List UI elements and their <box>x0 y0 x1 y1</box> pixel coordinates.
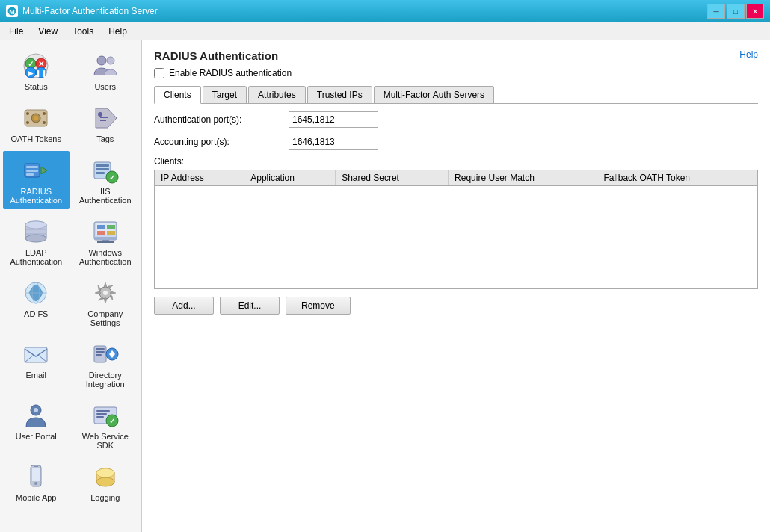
svg-rect-26 <box>26 173 34 176</box>
content-area: RADIUS Authentication Help Enable RADIUS… <box>142 40 770 532</box>
app-icon: M <box>6 5 18 17</box>
col-fallback-oath-token: Fallback OATH Token <box>597 170 757 186</box>
sidebar-item-tags[interactable]: Tags <box>73 99 139 148</box>
menu-help[interactable]: Help <box>102 25 133 38</box>
sidebar-grid: ✓ ✕ ▶ ❚❚ Status <box>3 46 138 507</box>
clients-table: IP Address Application Shared Secret Req… <box>155 170 757 186</box>
sidebar-item-logging[interactable]: Logging <box>73 457 139 507</box>
sidebar-item-radius-auth[interactable]: RADIUSAuthentication <box>3 151 70 209</box>
sidebar-item-user-portal-label: User Portal <box>16 432 57 441</box>
svg-rect-57 <box>96 348 105 350</box>
svg-rect-44 <box>97 225 105 229</box>
svg-rect-41 <box>94 237 117 240</box>
svg-rect-66 <box>96 410 110 412</box>
svg-point-36 <box>25 221 46 229</box>
tab-attributes[interactable]: Attributes <box>248 86 306 103</box>
sidebar-item-ldap-auth-label: LDAPAuthentication <box>10 248 62 266</box>
acct-port-input[interactable] <box>289 134 378 150</box>
logging-icon <box>90 462 120 492</box>
sidebar-item-windows-auth[interactable]: WindowsAuthentication <box>73 212 139 270</box>
iis-auth-icon: ✓ <box>90 155 120 185</box>
svg-point-20 <box>98 112 102 117</box>
svg-rect-43 <box>97 241 114 243</box>
sidebar-item-directory-integration[interactable]: DirectoryIntegration <box>73 335 139 393</box>
svg-point-52 <box>103 291 108 295</box>
add-button[interactable]: Add... <box>154 297 214 315</box>
sidebar-item-mobile-app-label: Mobile App <box>16 493 56 502</box>
auth-port-row: Authentication port(s): <box>154 111 758 128</box>
svg-rect-46 <box>97 231 105 235</box>
sidebar-item-company-settings[interactable]: CompanySettings <box>73 273 139 332</box>
auth-port-input[interactable] <box>289 111 378 128</box>
button-row: Add... Edit... Remove <box>154 297 758 315</box>
web-service-sdk-icon: ✓ <box>90 400 120 430</box>
tab-content-clients: Authentication port(s): Accounting port(… <box>154 111 758 315</box>
status-icon: ✓ ✕ ▶ ❚❚ <box>21 51 51 81</box>
col-shared-secret: Shared Secret <box>336 170 449 186</box>
svg-text:▶: ▶ <box>28 69 34 77</box>
menu-file[interactable]: File <box>3 25 29 38</box>
enable-radius-row: Enable RADIUS authentication <box>154 68 758 78</box>
svg-point-76 <box>96 468 114 477</box>
sidebar-item-users-label: Users <box>94 82 116 91</box>
close-button[interactable]: ✕ <box>746 4 764 19</box>
window-controls: ─ □ ✕ <box>707 4 764 19</box>
svg-point-12 <box>107 57 114 64</box>
clients-label: Clients: <box>154 156 758 167</box>
col-require-user-match: Require User Match <box>449 170 597 186</box>
remove-button[interactable]: Remove <box>286 297 351 315</box>
sidebar-item-email-label: Email <box>25 371 46 380</box>
email-icon <box>21 339 51 369</box>
sidebar-item-status[interactable]: ✓ ✕ ▶ ❚❚ Status <box>3 46 70 96</box>
svg-point-15 <box>34 116 38 120</box>
svg-point-62 <box>34 408 38 412</box>
directory-integration-icon <box>90 339 120 369</box>
minimize-button[interactable]: ─ <box>707 4 725 19</box>
menu-view[interactable]: View <box>32 25 64 38</box>
sidebar-item-web-service-sdk[interactable]: ✓ Web ServiceSDK <box>73 396 139 454</box>
sidebar-item-email[interactable]: Email <box>3 335 70 393</box>
help-link[interactable]: Help <box>739 49 758 60</box>
page-title: RADIUS Authentication <box>154 49 278 62</box>
enable-radius-checkbox[interactable] <box>154 68 164 78</box>
sidebar-item-adfs[interactable]: AD FS <box>3 273 70 332</box>
acct-port-row: Accounting port(s): <box>154 134 758 150</box>
tab-mfa-servers[interactable]: Multi-Factor Auth Servers <box>374 86 494 103</box>
content-header: RADIUS Authentication Help <box>154 49 758 62</box>
svg-rect-53 <box>25 347 47 362</box>
tab-bar: Clients Target Attributes Trusted IPs Mu… <box>154 86 758 104</box>
sidebar-item-users[interactable]: Users <box>73 46 139 96</box>
sidebar-item-user-portal[interactable]: User Portal <box>3 396 70 454</box>
enable-radius-label: Enable RADIUS authentication <box>169 68 292 78</box>
sidebar-item-iis-auth-label: IISAuthentication <box>79 187 132 205</box>
windows-auth-icon <box>90 217 120 247</box>
svg-text:✓: ✓ <box>109 173 115 182</box>
svg-text:✓: ✓ <box>28 60 34 68</box>
auth-port-label: Authentication port(s): <box>154 114 289 125</box>
svg-rect-30 <box>96 172 105 174</box>
svg-point-75 <box>96 477 114 486</box>
sidebar-item-windows-auth-label: WindowsAuthentication <box>79 248 132 266</box>
svg-point-35 <box>25 235 46 242</box>
menu-tools[interactable]: Tools <box>67 25 99 38</box>
titlebar: M Multi-Factor Authentication Server ─ □… <box>0 0 770 22</box>
sidebar: ✓ ✕ ▶ ❚❚ Status <box>0 40 142 532</box>
users-icon <box>90 51 120 81</box>
clients-table-wrap: IP Address Application Shared Secret Req… <box>154 170 758 289</box>
sidebar-item-logging-label: Logging <box>90 493 120 502</box>
svg-point-71 <box>34 482 37 485</box>
svg-point-17 <box>43 112 46 115</box>
sidebar-item-ldap-auth[interactable]: LDAPAuthentication <box>3 212 70 270</box>
edit-button[interactable]: Edit... <box>220 297 280 315</box>
sidebar-item-iis-auth[interactable]: ✓ IISAuthentication <box>73 151 139 209</box>
col-ip-address: IP Address <box>155 170 244 186</box>
sidebar-item-mobile-app[interactable]: Mobile App <box>3 457 70 507</box>
sidebar-item-directory-integration-label: DirectoryIntegration <box>86 371 125 389</box>
tab-target[interactable]: Target <box>203 86 247 103</box>
radius-auth-icon <box>21 155 51 185</box>
tab-clients[interactable]: Clients <box>154 86 201 104</box>
sidebar-item-oath-tokens[interactable]: OATH Tokens <box>3 99 70 148</box>
restore-button[interactable]: □ <box>727 4 745 19</box>
tab-trusted-ips[interactable]: Trusted IPs <box>307 86 372 103</box>
svg-text:✓: ✓ <box>109 417 115 425</box>
